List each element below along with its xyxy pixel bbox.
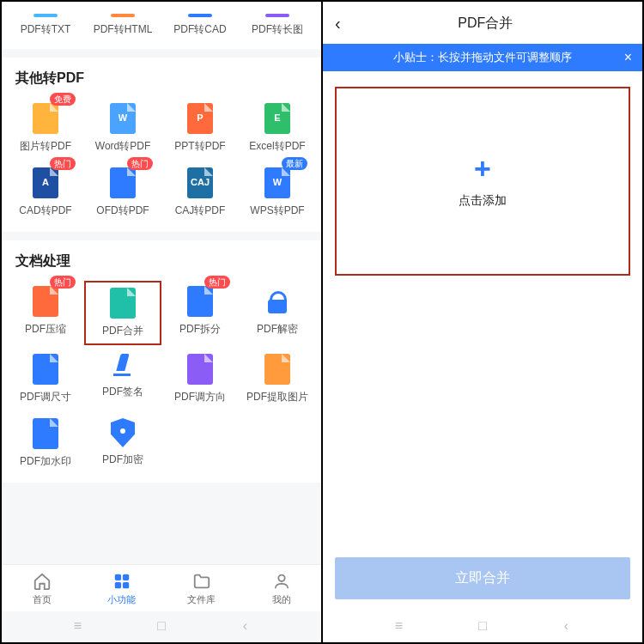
file-icon — [33, 103, 58, 134]
add-file-label: 点击添加 — [459, 193, 507, 209]
tools-scroll[interactable]: PDF转TXTPDF转HTMLPDF转CADPDF转长图 其他转PDF 图片转P… — [2, 2, 321, 564]
home-icon — [33, 572, 52, 591]
tool-item[interactable]: PDF解密 — [239, 281, 316, 345]
nav-label: 文件库 — [187, 593, 216, 606]
tool-label: CAD转PDF — [19, 204, 71, 218]
tool-item[interactable]: PDF拆分热门 — [161, 281, 239, 345]
file-icon — [110, 167, 136, 198]
spacer — [323, 276, 642, 557]
recent-apps-button[interactable]: ≡ — [392, 618, 407, 634]
file-icon — [264, 354, 290, 385]
file-icon: P — [187, 103, 213, 134]
tool-item[interactable]: PDF提取图片 — [239, 349, 316, 410]
home-button[interactable]: □ — [475, 618, 490, 634]
tool-label: PDF调尺寸 — [20, 390, 71, 404]
file-icon: W — [264, 167, 290, 198]
tool-item[interactable]: PDF加水印 — [7, 413, 84, 474]
doc-process-grid: PDF压缩热门PDF合并PDF拆分热门PDF解密PDF调尺寸PDF签名PDF调方… — [2, 277, 321, 483]
tool-item[interactable]: 图片转PDF免费 — [7, 98, 84, 159]
close-icon[interactable]: × — [624, 50, 632, 65]
pdf-convert-row: PDF转TXTPDF转HTMLPDF转CADPDF转长图 — [2, 2, 321, 49]
tip-bar: 小贴士：长按并拖动文件可调整顺序 × — [323, 44, 642, 71]
back-button[interactable]: ‹ — [238, 618, 253, 634]
pen-icon — [110, 354, 136, 380]
tool-label: 图片转PDF — [20, 139, 71, 154]
tip-text: 小贴士：长按并拖动文件可调整顺序 — [393, 50, 572, 65]
file-icon — [187, 286, 213, 317]
svg-rect-2 — [114, 582, 120, 588]
badge: 最新 — [282, 157, 307, 170]
nav-user[interactable]: 我的 — [241, 565, 321, 611]
section-gap — [2, 49, 321, 58]
nav-label: 我的 — [272, 593, 291, 606]
tool-item[interactable]: PDF调方向 — [161, 349, 239, 410]
nav-home[interactable]: 首页 — [2, 565, 82, 611]
add-file-box[interactable]: + 点击添加 — [335, 87, 630, 276]
shield-icon — [111, 418, 135, 447]
svg-rect-1 — [122, 574, 128, 580]
tool-label: PDF解密 — [257, 322, 298, 337]
tool-item[interactable]: PDF合并 — [84, 281, 161, 345]
tool-item[interactable]: PPPT转PDF — [161, 98, 239, 159]
bottom-nav: 首页小功能文件库我的 — [2, 564, 321, 611]
tool-label: OFD转PDF — [96, 204, 149, 218]
tool-item[interactable]: WWPS转PDF最新 — [239, 162, 316, 223]
tool-label: PDF签名 — [102, 385, 143, 399]
nav-folder[interactable]: 文件库 — [161, 565, 241, 611]
badge: 热门 — [204, 276, 230, 289]
tool-label: PDF提取图片 — [246, 390, 308, 404]
tool-item[interactable]: PDF签名 — [84, 349, 161, 410]
tool-item[interactable]: PDF调尺寸 — [7, 349, 84, 410]
tool-label: PDF调方向 — [174, 390, 226, 404]
home-button[interactable]: □ — [154, 618, 169, 634]
tool-item[interactable]: WWord转PDF — [84, 98, 161, 159]
badge: 热门 — [50, 157, 76, 170]
tool-label: PDF压缩 — [25, 322, 66, 337]
tool-label: PPT转PDF — [174, 139, 225, 154]
file-icon: A — [33, 167, 58, 198]
merge-header: ‹ PDF合并 — [323, 2, 642, 44]
file-icon: W — [110, 103, 136, 134]
convert-item[interactable]: PDF转CAD — [161, 9, 239, 42]
convert-item[interactable]: PDF转HTML — [84, 9, 161, 42]
section-title-other-to-pdf: 其他转PDF — [2, 58, 321, 94]
back-button[interactable]: ‹ — [559, 618, 574, 634]
tool-item[interactable]: EExcel转PDF — [239, 98, 316, 159]
tool-icon — [33, 14, 58, 17]
tool-icon — [188, 14, 212, 17]
file-icon: E — [264, 103, 290, 134]
svg-point-4 — [278, 575, 284, 581]
tool-icon — [265, 14, 289, 17]
svg-rect-3 — [122, 582, 128, 588]
file-icon — [110, 288, 136, 319]
tool-label: PDF合并 — [102, 324, 143, 338]
tool-label: PDF拆分 — [179, 322, 221, 337]
tool-label: Word转PDF — [95, 139, 150, 154]
convert-item[interactable]: PDF转长图 — [239, 9, 316, 42]
svg-rect-0 — [114, 574, 120, 580]
tool-item[interactable]: ACAD转PDF热门 — [7, 162, 84, 223]
badge: 热门 — [50, 276, 76, 289]
tool-item[interactable]: CAJCAJ转PDF — [161, 162, 239, 223]
file-icon: CAJ — [187, 167, 213, 198]
pdf-merge-screen: ‹ PDF合并 小贴士：长按并拖动文件可调整顺序 × + 点击添加 立即合并 ≡… — [323, 2, 642, 642]
lock-icon — [264, 286, 290, 317]
badge: 免费 — [50, 93, 76, 106]
tools-screen: PDF转TXTPDF转HTMLPDF转CADPDF转长图 其他转PDF 图片转P… — [2, 2, 323, 642]
file-icon — [33, 286, 58, 317]
merge-button[interactable]: 立即合并 — [335, 557, 630, 599]
tool-label: CAJ转PDF — [175, 204, 226, 218]
recent-apps-button[interactable]: ≡ — [70, 618, 86, 634]
section-title-doc-process: 文档处理 — [2, 240, 321, 277]
tool-item[interactable]: PDF加密 — [84, 413, 161, 474]
tool-item[interactable]: OFD转PDF热门 — [84, 162, 161, 223]
tool-label: PDF加密 — [102, 453, 143, 467]
convert-item[interactable]: PDF转TXT — [7, 9, 84, 42]
nav-grid[interactable]: 小功能 — [82, 565, 161, 611]
nav-label: 首页 — [33, 593, 52, 606]
back-icon[interactable]: ‹ — [335, 14, 341, 33]
grid-icon — [112, 572, 131, 591]
tool-label: PDF转HTML — [94, 22, 153, 37]
tool-label: Excel转PDF — [249, 139, 305, 154]
tool-item[interactable]: PDF压缩热门 — [7, 281, 84, 345]
